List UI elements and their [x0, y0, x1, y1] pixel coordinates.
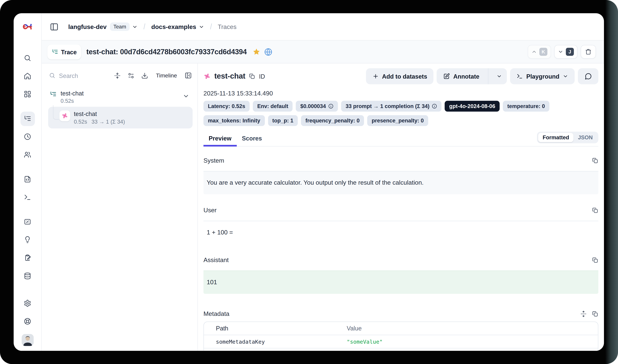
- prev-trace-button[interactable]: K: [528, 45, 551, 59]
- breadcrumb: langfuse-dev Team / docs-examples / Trac…: [68, 22, 236, 31]
- trace-timestamp: 2025-11-13 15:33:14.490: [204, 90, 598, 97]
- bookmark-star-icon[interactable]: [252, 48, 260, 56]
- annotate-button[interactable]: Annotate: [437, 68, 485, 84]
- info-icon: [328, 104, 334, 109]
- tree-generation-name: test-chat: [74, 110, 125, 117]
- trace-tree: test-chat 0.52s: [46, 90, 193, 128]
- breadcrumb-project[interactable]: docs-examples: [151, 23, 196, 30]
- section-user: User 1 + 100 =: [204, 206, 598, 244]
- tree-root-text: test-chat 0.52s: [61, 90, 84, 104]
- section-metadata: Metadata: [204, 310, 598, 351]
- trace-actions: K J: [528, 45, 596, 59]
- view-settings-icon[interactable]: [128, 72, 134, 79]
- add-to-datasets-button[interactable]: Add to datasets: [366, 68, 434, 84]
- rail-sessions-icon[interactable]: [13, 128, 41, 146]
- project-chevron-down-icon[interactable]: [199, 24, 204, 29]
- rail-lightbulb-icon[interactable]: [13, 231, 41, 249]
- shortcut-key-j: J: [566, 48, 574, 56]
- rail-prompts-icon[interactable]: [13, 170, 41, 188]
- collapse-all-icon[interactable]: [114, 72, 121, 79]
- copy-id-icon[interactable]: [249, 73, 255, 79]
- expand-all-icon[interactable]: [580, 311, 587, 317]
- latency-badge: Latency: 0.52s: [204, 101, 250, 112]
- breadcrumb-org[interactable]: langfuse-dev: [68, 23, 106, 30]
- annotate-dropdown-chevron-icon[interactable]: [492, 68, 507, 84]
- comments-button[interactable]: [578, 68, 598, 84]
- tree-toolbar: Search Timeline: [46, 67, 193, 84]
- app-window: langfuse-dev Team / docs-examples / Trac…: [13, 13, 604, 351]
- observation-actions: Add to datasets Annotate: [366, 68, 598, 84]
- copy-icon[interactable]: [592, 157, 598, 164]
- public-globe-icon[interactable]: [264, 48, 272, 56]
- langfuse-logo[interactable]: [22, 13, 33, 40]
- content-row: Search Timeline: [42, 63, 604, 351]
- tree-generation-text: test-chat 0.52s 33 → 1 (Σ 34): [74, 110, 125, 125]
- breadcrumb-section[interactable]: Traces: [218, 23, 237, 30]
- next-trace-button[interactable]: J: [554, 45, 578, 59]
- copy-icon[interactable]: [592, 311, 598, 317]
- tree-search-placeholder: Search: [59, 72, 78, 79]
- env-badge: Env: default: [253, 101, 293, 112]
- rail-home-icon[interactable]: [13, 67, 41, 85]
- user-message-content: 1 + 100 =: [204, 221, 598, 244]
- tree-generation-row[interactable]: test-chat 0.52s 33 → 1 (Σ 34): [48, 107, 193, 128]
- observation-title-group: test-chat ID: [204, 72, 265, 81]
- org-chevron-down-icon[interactable]: [132, 24, 138, 29]
- tree-collapse-chevron-icon[interactable]: [183, 93, 189, 101]
- toggle-formatted[interactable]: Formatted: [538, 133, 574, 142]
- trace-badge-label: Trace: [61, 48, 77, 55]
- button-divider: [488, 68, 489, 84]
- tree-search-input[interactable]: Search: [49, 72, 114, 79]
- rail-evals-icon[interactable]: [13, 213, 41, 231]
- rail-search-icon[interactable]: [13, 49, 41, 67]
- copy-icon[interactable]: [592, 257, 598, 263]
- rail-annotation-icon[interactable]: [13, 249, 41, 267]
- tokens-badge[interactable]: 33 prompt → 1 completion (Σ 34): [341, 101, 441, 112]
- breadcrumb-slash: /: [143, 22, 145, 31]
- tab-scores[interactable]: Scores: [237, 135, 267, 146]
- observation-title: test-chat: [214, 72, 245, 81]
- cost-badge[interactable]: $0.000034: [296, 101, 338, 112]
- rail-settings-icon[interactable]: [20, 294, 35, 312]
- tree-generation-duration: 0.52s: [74, 119, 87, 125]
- download-icon[interactable]: [141, 72, 148, 79]
- collapse-panel-icon[interactable]: [185, 72, 192, 79]
- rail-datasets-icon[interactable]: [13, 267, 41, 285]
- metadata-key: someMetadataKey: [204, 338, 347, 345]
- user-avatar[interactable]: [22, 334, 34, 346]
- metadata-row: someMetadataKey "someValue": [204, 335, 598, 348]
- copy-icon[interactable]: [592, 207, 598, 214]
- id-label: ID: [259, 73, 265, 79]
- tab-preview[interactable]: Preview: [204, 135, 237, 146]
- column-value: Value: [347, 325, 598, 332]
- tree-generation-meta: 0.52s 33 → 1 (Σ 34): [74, 119, 125, 125]
- user-label: User: [204, 207, 217, 214]
- sidebar-toggle-icon[interactable]: [50, 22, 59, 31]
- rail-users-icon[interactable]: [13, 146, 41, 164]
- rail-tracing-icon[interactable]: [13, 110, 41, 128]
- generation-pinwheel-icon: [204, 73, 211, 80]
- playground-button[interactable]: Playground: [510, 68, 575, 84]
- playground-label: Playground: [526, 73, 559, 79]
- delete-trace-button[interactable]: [581, 45, 596, 59]
- tree-root-row[interactable]: test-chat 0.52s: [46, 90, 193, 104]
- badge-row-2: max_tokens: Infinity top_p: 1 frequency_…: [204, 115, 598, 126]
- trace-node-icon: [50, 91, 57, 99]
- screenshot-stage: langfuse-dev Team / docs-examples / Trac…: [0, 0, 618, 364]
- rail-dashboard-icon[interactable]: [13, 85, 41, 103]
- metadata-table: Path Value someMetadataKey "someValue": [204, 322, 598, 351]
- trace-tree-panel: Search Timeline: [42, 63, 198, 351]
- rail-support-icon[interactable]: [20, 312, 35, 330]
- timeline-toggle[interactable]: Timeline: [156, 72, 177, 79]
- observation-detail-panel: test-chat ID Add to datasets: [198, 63, 604, 351]
- rail-bottom: [20, 294, 35, 351]
- model-badge[interactable]: gpt-4o-2024-08-06: [445, 101, 500, 112]
- toggle-json[interactable]: JSON: [574, 133, 597, 142]
- view-mode-toggle: Formatted JSON: [537, 132, 598, 143]
- breadcrumb-slash: /: [210, 22, 212, 31]
- assistant-label: Assistant: [204, 257, 229, 264]
- observation-header: test-chat ID Add to datasets: [204, 68, 598, 84]
- generation-pinwheel-icon: [59, 110, 70, 121]
- section-assistant: Assistant 101: [204, 256, 598, 294]
- rail-playground-icon[interactable]: [13, 188, 41, 206]
